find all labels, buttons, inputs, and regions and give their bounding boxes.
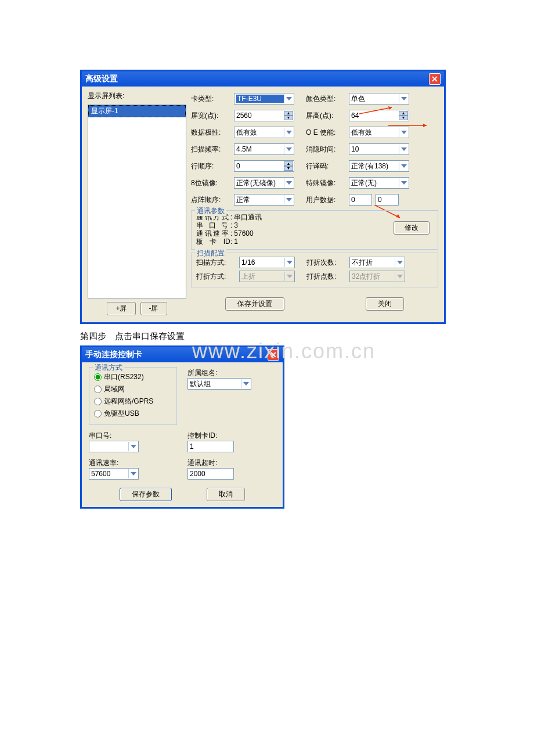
group-name-combo[interactable]: 默认组: [187, 378, 251, 390]
width-stepper[interactable]: 2560▲▼: [234, 110, 294, 121]
chevron-down-icon: [399, 128, 408, 137]
spin-up-icon[interactable]: ▲: [284, 111, 293, 116]
svg-marker-20: [243, 382, 249, 386]
blank-label: 消隐时间:: [306, 145, 349, 154]
color-type-combo[interactable]: 单色: [349, 93, 409, 105]
comm-params-title: 通讯参数: [195, 206, 226, 216]
polarity-label: 数据极性:: [191, 128, 234, 138]
chevron-down-icon: [399, 145, 408, 154]
specmirror-combo[interactable]: 正常(无): [349, 177, 409, 189]
save-params-button[interactable]: 保存参数: [120, 488, 172, 501]
chevron-down-icon: [399, 161, 408, 171]
spin-up-icon[interactable]: ▲: [399, 111, 408, 116]
chevron-down-icon: [284, 272, 294, 281]
polarity-combo[interactable]: 低有效: [234, 127, 294, 138]
freq-combo[interactable]: 4.5M: [234, 143, 294, 155]
userdata-label: 用户数据:: [306, 195, 349, 205]
add-screen-button[interactable]: +屏: [107, 302, 135, 315]
foldtype-combo: 上折: [239, 271, 295, 282]
scantype-label: 扫描方式:: [196, 258, 239, 268]
chevron-down-icon: [399, 178, 408, 188]
height-stepper[interactable]: 64▲▼: [349, 110, 409, 121]
chevron-down-icon: [284, 94, 293, 103]
save-and-set-button[interactable]: 保存并设置: [225, 297, 284, 311]
radio-usb[interactable]: 免驱型USB: [94, 409, 172, 419]
width-label: 屏宽(点):: [191, 111, 234, 121]
group-name-label: 所属组名:: [187, 368, 276, 378]
svg-marker-12: [401, 164, 407, 168]
svg-marker-19: [397, 275, 403, 278]
window-title: 手动连接控制卡: [85, 350, 142, 360]
comm-mode-title: 通讯方式: [93, 363, 124, 373]
svg-marker-8: [286, 131, 292, 134]
manual-connect-window: www.zixin.com.cn 手动连接控制卡 ✕ 通讯方式 串口(RS232…: [80, 345, 284, 509]
spin-down-icon[interactable]: ▼: [284, 116, 293, 120]
lineord-stepper[interactable]: 0▲▼: [234, 160, 294, 172]
rate-combo[interactable]: 57600: [89, 468, 139, 480]
card-type-combo[interactable]: TF-E3U: [234, 93, 294, 105]
svg-marker-21: [131, 445, 136, 448]
screen-list[interactable]: 显示屏-1: [88, 105, 186, 298]
svg-marker-7: [401, 97, 407, 100]
mirror8-combo[interactable]: 正常(无镜像): [234, 177, 294, 189]
mirror8-label: 8位镜像:: [191, 178, 234, 188]
foldtype-label: 打折方式:: [196, 272, 239, 282]
oe-combo[interactable]: 低有效: [349, 127, 409, 138]
spin-up-icon[interactable]: ▲: [284, 161, 293, 166]
remove-screen-button[interactable]: -屏: [140, 302, 167, 315]
modify-button[interactable]: 修改: [394, 221, 430, 235]
svg-marker-10: [286, 147, 292, 151]
folddots-combo: 32点打折: [349, 271, 405, 282]
serial-port-combo[interactable]: [89, 441, 139, 452]
radio-lan[interactable]: 局域网: [94, 384, 172, 394]
radio-serial[interactable]: 串口(RS232): [94, 372, 172, 382]
scan-config-group: 扫描配置 扫描方式: 1/16 打折次数: 不打折 打折方式: 上折 打折点数:…: [191, 253, 438, 287]
screen-list-label: 显示屏列表:: [88, 91, 186, 101]
userdata-field-2[interactable]: [376, 194, 399, 206]
scantype-combo[interactable]: 1/16: [239, 257, 295, 268]
svg-marker-6: [286, 97, 292, 100]
scan-config-title: 扫描配置: [195, 249, 226, 258]
svg-marker-14: [401, 181, 407, 185]
svg-marker-16: [287, 261, 293, 264]
spin-down-icon[interactable]: ▼: [284, 166, 293, 171]
cancel-button[interactable]: 取消: [207, 488, 245, 501]
timeout-field[interactable]: [187, 468, 234, 480]
radio-remote[interactable]: 远程网络/GPRS: [94, 397, 172, 406]
decode-label: 行译码:: [306, 161, 349, 171]
chevron-down-icon: [128, 442, 138, 451]
close-icon[interactable]: ✕: [268, 349, 279, 361]
svg-marker-17: [397, 261, 403, 264]
chevron-down-icon: [241, 379, 250, 388]
foldcount-label: 打折次数:: [306, 258, 349, 268]
dotord-combo[interactable]: 正常: [234, 194, 294, 206]
window-title: 高级设置: [85, 74, 118, 84]
foldcount-combo[interactable]: 不打折: [349, 257, 405, 268]
svg-marker-22: [131, 472, 136, 476]
titlebar: 高级设置 ✕: [82, 71, 444, 87]
ctrlid-label: 控制卡ID:: [187, 431, 276, 441]
freq-label: 扫描频率:: [191, 145, 234, 154]
chevron-down-icon: [399, 94, 408, 103]
lineord-label: 行顺序:: [191, 161, 234, 171]
serial-port-label: 串口号:: [89, 431, 177, 441]
close-button[interactable]: 关闭: [366, 297, 404, 311]
chevron-down-icon: [284, 258, 294, 267]
card-type-label: 卡类型:: [191, 94, 234, 104]
userdata-field-1[interactable]: [349, 194, 372, 206]
close-icon[interactable]: ✕: [429, 73, 441, 85]
chevron-down-icon: [395, 258, 404, 267]
decode-combo[interactable]: 正常(有138): [349, 160, 409, 172]
folddots-label: 打折点数:: [306, 272, 349, 282]
svg-marker-15: [286, 198, 292, 201]
timeout-label: 通讯超时:: [187, 458, 276, 468]
list-item[interactable]: 显示屏-1: [88, 105, 186, 117]
spin-down-icon[interactable]: ▼: [399, 116, 408, 120]
color-type-label: 颜色类型:: [306, 94, 349, 104]
chevron-down-icon: [284, 145, 293, 154]
comm-params-group: 通讯参数 通讯方式: 串口通讯 串 口 号: 3 通讯速率: 57600 板 卡…: [191, 210, 438, 250]
ctrlid-field[interactable]: [187, 441, 234, 452]
chevron-down-icon: [128, 469, 138, 478]
blank-combo[interactable]: 10: [349, 143, 409, 155]
chevron-down-icon: [395, 272, 404, 281]
